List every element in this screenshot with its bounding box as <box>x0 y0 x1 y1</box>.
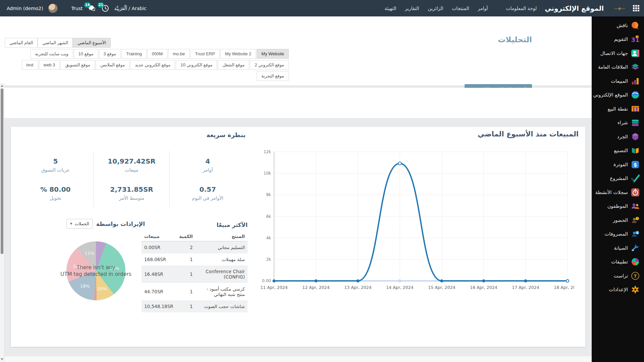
company-logo-icon[interactable]: —◈— <box>614 6 625 11</box>
company-switcher[interactable]: Trust <box>71 6 83 11</box>
sidebar-item-label: المصروفات <box>605 231 628 237</box>
sidebar-item-18[interactable]: Tتراست <box>592 269 644 283</box>
quick-stat-1: 10,927.42SRمبيعات <box>94 151 170 179</box>
quick-stat-value: % 80.00 <box>40 185 70 193</box>
sidebar-item-2[interactable]: جهات الاتصال <box>592 46 644 60</box>
svg-text:16 Apr, 2024: 16 Apr, 2024 <box>470 285 497 290</box>
site-tabs-tab-13[interactable]: موقع الملابس <box>96 60 129 70</box>
sidebar-item-label: نقطة البيع <box>607 106 628 112</box>
svg-text:T: T <box>634 274 637 279</box>
time-tabs-tab-0[interactable]: الأسبوع الماضي <box>73 38 111 48</box>
qty-cell: 1 <box>176 265 196 283</box>
sales-icon <box>631 77 640 85</box>
site-tabs-tab-10[interactable]: موقع الشغل <box>218 60 249 70</box>
messages-icon[interactable]: 14 <box>88 4 96 13</box>
sidebar-item-11[interactable]: المشروع <box>592 172 644 186</box>
sidebar-item-4[interactable]: المبيعات <box>592 74 644 88</box>
topbar-menu-item-1[interactable]: أوامر <box>478 6 488 11</box>
site-tabs-tab-2[interactable]: Trust ERP <box>190 49 219 59</box>
apps-grid-icon[interactable] <box>633 5 639 11</box>
language-switcher[interactable]: ألْعَرَبِيَّة / Arabic <box>114 6 147 11</box>
employees-icon <box>631 202 640 210</box>
sidebar-item-label: تراست <box>614 273 628 279</box>
user-menu[interactable]: Admin (demo2) <box>7 6 43 11</box>
maintenance-icon <box>631 244 640 252</box>
site-tabs-tab-16[interactable]: test <box>22 60 38 70</box>
sidebar-item-0[interactable]: ناقش <box>592 18 644 33</box>
qty-cell: 2 <box>176 241 196 254</box>
sidebar-item-label: التصنيع <box>614 148 628 153</box>
svg-text:8k: 8k <box>266 192 271 197</box>
site-tabs-tab-9[interactable]: موقع الكتروني 2 <box>250 60 289 70</box>
site-tabs-tab-7[interactable]: موقع 10 <box>74 49 98 59</box>
best-sellers-title: الأكثر مبيعًا <box>142 222 248 228</box>
site-tabs-tab-8[interactable]: ويب سايت للتجربه <box>30 49 73 59</box>
svg-text:13 Apr, 2024: 13 Apr, 2024 <box>344 285 371 290</box>
sidebar-item-15[interactable]: $المصروفات <box>592 227 644 241</box>
best-sellers-col-1: الكمية <box>176 232 196 241</box>
sidebar-item-5[interactable]: الموقع الإلكتروني <box>592 88 644 102</box>
product-cell: شاشات حجب الصوت <box>196 300 248 312</box>
messages-badge: 14 <box>84 2 91 8</box>
product-cell: التسليم مجاني <box>196 241 248 254</box>
site-tabs-tab-5[interactable]: Training <box>121 49 146 59</box>
svg-text:2k: 2k <box>266 257 271 262</box>
expenses-icon: $ <box>631 230 640 238</box>
site-tabs-tab-0[interactable]: My Website <box>257 49 289 59</box>
sidebar-item-19[interactable]: الإعدادات <box>592 283 644 297</box>
attendance-icon <box>631 216 640 225</box>
quick-stat-2: 5عربات التسوق <box>17 151 94 179</box>
sidebar-item-3[interactable]: العلاقات العامة <box>592 60 644 74</box>
revenue-by-block: الإيرادات بواسطة الحملات ▼ 34%10%18%20%1… <box>47 219 145 300</box>
sidebar-item-label: الموقع الإلكتروني <box>593 92 628 98</box>
sidebar-item-13[interactable]: الموظفون <box>592 199 644 214</box>
site-tabs-tab-12[interactable]: موقع الكتروني جديد <box>130 60 175 70</box>
avatar[interactable] <box>48 3 58 13</box>
sidebar-item-10[interactable]: $الفوترة <box>592 158 644 172</box>
time-tabs-tab-2[interactable]: العام الماضي <box>5 38 38 48</box>
site-tabs-tab-3[interactable]: mo.be <box>168 49 190 59</box>
sales-chart-title: المبيعات منذ الأسبوع الماضي <box>478 130 579 138</box>
topbar-menu-item-0[interactable]: لوحة المعلومات <box>506 6 537 11</box>
topbar-menu-item-4[interactable]: التقارير <box>405 6 419 11</box>
site-tabs-tab-1[interactable]: My Website 2 <box>220 49 256 59</box>
sidebar-item-label: الحضور <box>613 218 628 223</box>
site-tabs-tab-4[interactable]: 000M <box>147 49 168 59</box>
quick-stat-label: تحويل <box>50 195 61 201</box>
site-tabs-tab-11[interactable]: موقع الكتروني 10 <box>176 60 217 70</box>
topbar-left-group: Admin (demo2) Trust 14 21 ألْعَرَبِيَّة … <box>7 0 153 16</box>
topbar-menu-item-3[interactable]: الزائرين <box>428 6 443 11</box>
pos-icon <box>631 105 640 113</box>
svg-text:17 Apr, 2024: 17 Apr, 2024 <box>512 285 539 290</box>
site-tabs-tab-17[interactable]: موقع التجربة <box>257 71 289 81</box>
time-tabs-tab-1[interactable]: الشهر الماضي <box>38 38 73 48</box>
sidebar-item-9[interactable]: التصنيع <box>592 144 644 158</box>
sidebar-item-17[interactable]: تطبيقات <box>592 255 644 269</box>
campaigns-dropdown[interactable]: الحملات ▼ <box>66 219 93 229</box>
site-tabs-tab-14[interactable]: موقع التسويق <box>60 60 95 70</box>
sidebar-item-12[interactable]: سجلات الأنشطة <box>592 185 644 199</box>
best-sellers-row-3: كرسي مكتب أسود - منتج شبه النهائي144.70S… <box>142 283 248 300</box>
scroll-up-arrow-icon[interactable] <box>1 85 3 87</box>
topbar-menu-item-5[interactable]: التهيئة <box>385 6 396 11</box>
sidebar-item-16[interactable]: الصيانة <box>592 241 644 255</box>
activities-icon[interactable]: 21 <box>101 4 110 13</box>
sidebar-item-label: الإعدادات <box>609 287 628 292</box>
site-tabs-tab-6[interactable]: موقع 3 <box>99 49 121 59</box>
site-tabs-tab-15[interactable]: web 3 <box>39 60 60 70</box>
sidebar-item-1[interactable]: 31التقويم <box>592 33 644 47</box>
topbar-menu-item-2[interactable]: المنتجات <box>452 6 469 11</box>
sidebar-item-8[interactable]: الجرد <box>592 130 644 144</box>
best-sellers-row-0: التسليم مجاني20.00SR <box>142 241 248 254</box>
sidebar-item-6[interactable]: نقطة البيع <box>592 102 644 116</box>
best-sellers-row-2: Conference Chair (CONFIG)116.48SR <box>142 265 248 283</box>
activities-badge: 21 <box>98 2 104 8</box>
scroll-down-arrow-icon[interactable] <box>1 358 3 360</box>
invoicing-icon: $ <box>631 160 640 169</box>
scrollbar-thumb[interactable] <box>1 88 3 254</box>
quick-stat-4: 2,731.85SRمتوسط الأمر <box>94 179 170 207</box>
sidebar-item-7[interactable]: شراء <box>592 116 644 130</box>
manufacturing-icon <box>631 146 640 155</box>
sales-cell: 168.06SR <box>142 253 176 265</box>
sidebar-item-14[interactable]: الحضور <box>592 213 644 227</box>
